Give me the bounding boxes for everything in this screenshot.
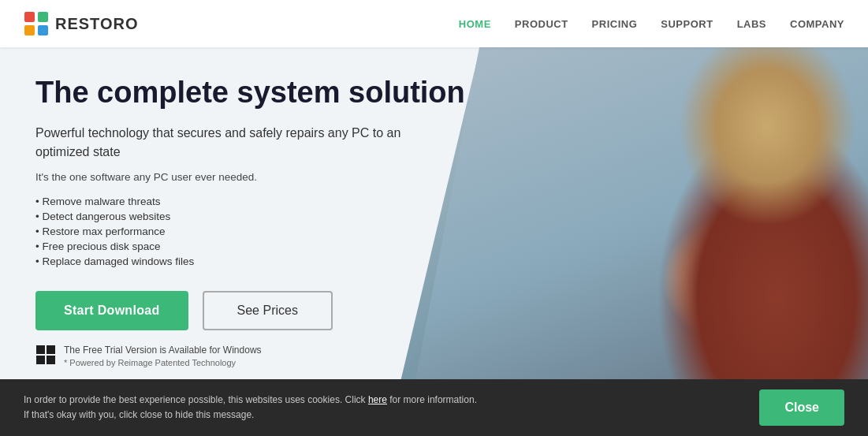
svg-rect-1 [38, 12, 48, 22]
feature-2: Detect dangerous websites [35, 209, 493, 224]
cookie-text: In order to provide the best experience … [24, 393, 743, 423]
cookie-link[interactable]: here [368, 394, 387, 405]
svg-rect-7 [47, 356, 55, 364]
hero-buttons: Start Download See Prices [35, 291, 493, 330]
start-download-button[interactable]: Start Download [35, 291, 188, 330]
cookie-line1: In order to provide the best experience … [24, 394, 368, 405]
windows-icon [35, 345, 56, 365]
hero-title: The complete system solution [35, 75, 493, 111]
nav-item-labs[interactable]: LABS [737, 17, 766, 31]
hero-subtitle: Powerful technology that secures and saf… [35, 124, 445, 162]
navbar: RESTORO HOME PRODUCT PRICING SUPPORT LAB… [0, 0, 868, 47]
nav-item-home[interactable]: HOME [459, 17, 491, 31]
hero-features: Remove malware threats Detect dangerous … [35, 194, 493, 269]
feature-1: Remove malware threats [35, 194, 493, 209]
logo-icon [24, 11, 49, 36]
feature-3: Restore max performance [35, 224, 493, 239]
see-prices-button[interactable]: See Prices [203, 291, 333, 330]
logo-text: RESTORO [55, 15, 139, 33]
cookie-line2: for more information. [387, 394, 477, 405]
nav-item-support[interactable]: SUPPORT [661, 17, 713, 31]
svg-rect-6 [36, 356, 45, 364]
nav-item-product[interactable]: PRODUCT [515, 17, 568, 31]
svg-rect-0 [24, 12, 35, 22]
feature-4: Free precious disk space [35, 239, 493, 254]
hero-section: The complete system solution Powerful te… [0, 47, 868, 404]
hero-free-trial-note: The Free Trial Version is Available for … [64, 343, 262, 358]
hero-note-content: The Free Trial Version is Available for … [64, 343, 262, 367]
logo[interactable]: RESTORO [24, 11, 139, 36]
svg-rect-3 [38, 25, 48, 35]
hero-note: The Free Trial Version is Available for … [35, 343, 493, 367]
feature-5: Replace damaged windows files [35, 254, 493, 269]
svg-rect-5 [47, 345, 55, 354]
hero-content: The complete system solution Powerful te… [35, 75, 493, 367]
close-cookie-button[interactable]: Close [759, 389, 844, 426]
cookie-bar: In order to provide the best experience … [0, 379, 868, 436]
svg-rect-2 [24, 25, 35, 35]
nav-links: HOME PRODUCT PRICING SUPPORT LABS COMPAN… [459, 17, 844, 31]
svg-rect-4 [36, 345, 45, 354]
nav-item-pricing[interactable]: PRICING [592, 17, 638, 31]
hero-powered-note: * Powered by Reimage Patented Technology [64, 358, 262, 367]
hero-tagline: It's the one software any PC user ever n… [35, 171, 493, 183]
cookie-line3: If that's okay with you, click close to … [24, 409, 254, 420]
nav-item-company[interactable]: COMPANY [790, 17, 844, 31]
